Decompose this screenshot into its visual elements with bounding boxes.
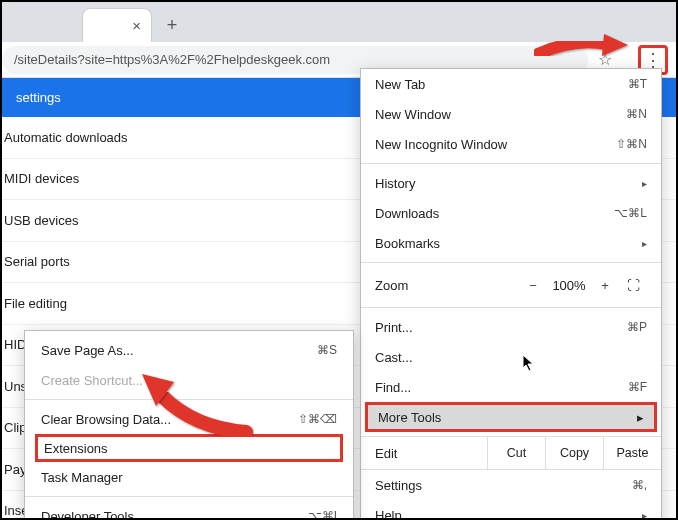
menu-label: Edit — [375, 446, 487, 461]
menu-label: New Incognito Window — [375, 137, 507, 152]
settings-label: USB devices — [4, 213, 78, 228]
menu-shortcut: ⌘S — [317, 343, 337, 357]
menu-separator — [361, 163, 661, 164]
menu-label: Clear Browsing Data... — [41, 412, 171, 427]
menu-label: New Tab — [375, 77, 425, 92]
close-tab-icon[interactable]: × — [132, 17, 141, 34]
browser-tab-strip: × + — [2, 2, 676, 42]
menu-separator — [25, 496, 353, 497]
submenu-arrow-icon: ▸ — [642, 178, 647, 189]
submenu-arrow-icon: ▸ — [637, 410, 644, 425]
menu-bookmarks[interactable]: Bookmarks▸ — [361, 228, 661, 258]
menu-downloads[interactable]: Downloads⌥⌘L — [361, 198, 661, 228]
menu-shortcut: ⌘F — [628, 380, 647, 394]
menu-label: More Tools — [378, 410, 441, 425]
menu-label: Task Manager — [41, 470, 123, 485]
menu-help[interactable]: Help▸ — [361, 500, 661, 520]
menu-new-tab[interactable]: New Tab⌘T — [361, 69, 661, 99]
submenu-clear-browsing-data[interactable]: Clear Browsing Data...⇧⌘⌫ — [25, 404, 353, 434]
zoom-in-button[interactable]: + — [591, 278, 619, 293]
menu-label: New Window — [375, 107, 451, 122]
settings-label: Serial ports — [4, 254, 70, 269]
edit-copy-button[interactable]: Copy — [545, 437, 603, 469]
menu-label: Extensions — [44, 441, 108, 456]
submenu-developer-tools[interactable]: Developer Tools⌥⌘I — [25, 501, 353, 520]
menu-settings[interactable]: Settings⌘, — [361, 470, 661, 500]
edit-cut-button[interactable]: Cut — [487, 437, 545, 469]
new-tab-button[interactable]: + — [158, 11, 186, 39]
menu-shortcut: ⇧⌘N — [616, 137, 647, 151]
menu-shortcut: ⇧⌘⌫ — [298, 412, 337, 426]
menu-shortcut: ⌘, — [632, 478, 647, 492]
menu-label: Cast... — [375, 350, 413, 365]
zoom-percent: 100% — [547, 278, 591, 293]
menu-label: Zoom — [375, 278, 519, 293]
menu-label: Bookmarks — [375, 236, 440, 251]
edit-paste-button[interactable]: Paste — [603, 437, 661, 469]
menu-more-tools[interactable]: More Tools▸ — [365, 402, 657, 432]
fullscreen-icon[interactable]: ⛶ — [619, 278, 647, 293]
menu-label: Settings — [375, 478, 422, 493]
menu-label: Create Shortcut... — [41, 373, 143, 388]
submenu-arrow-icon: ▸ — [642, 238, 647, 249]
menu-find[interactable]: Find...⌘F — [361, 372, 661, 402]
menu-separator — [25, 399, 353, 400]
menu-history[interactable]: History▸ — [361, 168, 661, 198]
menu-separator — [361, 262, 661, 263]
menu-label: Save Page As... — [41, 343, 134, 358]
bookmark-star-icon[interactable]: ☆ — [594, 50, 616, 69]
zoom-out-button[interactable]: − — [519, 278, 547, 293]
banner-text: settings — [16, 90, 61, 105]
submenu-task-manager[interactable]: Task Manager — [25, 462, 353, 492]
menu-label: Find... — [375, 380, 411, 395]
submenu-extensions[interactable]: Extensions — [35, 434, 343, 462]
menu-new-incognito[interactable]: New Incognito Window⇧⌘N — [361, 129, 661, 159]
browser-tab[interactable]: × — [82, 8, 152, 42]
menu-label: Downloads — [375, 206, 439, 221]
menu-shortcut: ⌘N — [626, 107, 647, 121]
menu-zoom-row: Zoom − 100% + ⛶ — [361, 267, 661, 303]
settings-label: Automatic downloads — [4, 130, 128, 145]
menu-separator — [361, 307, 661, 308]
menu-label: Print... — [375, 320, 413, 335]
menu-shortcut: ⌘T — [628, 77, 647, 91]
settings-label: File editing — [4, 296, 67, 311]
more-tools-submenu: Save Page As...⌘S Create Shortcut... Cle… — [24, 330, 354, 520]
menu-print[interactable]: Print...⌘P — [361, 312, 661, 342]
menu-new-window[interactable]: New Window⌘N — [361, 99, 661, 129]
cursor-icon — [522, 354, 536, 375]
submenu-create-shortcut: Create Shortcut... — [25, 365, 353, 395]
menu-shortcut: ⌥⌘L — [614, 206, 647, 220]
chrome-main-menu: New Tab⌘T New Window⌘N New Incognito Win… — [360, 68, 662, 520]
menu-shortcut: ⌘P — [627, 320, 647, 334]
submenu-save-page[interactable]: Save Page As...⌘S — [25, 335, 353, 365]
menu-cast[interactable]: Cast... — [361, 342, 661, 372]
settings-label: MIDI devices — [4, 171, 79, 186]
menu-label: History — [375, 176, 415, 191]
menu-edit-row: Edit Cut Copy Paste — [361, 436, 661, 470]
